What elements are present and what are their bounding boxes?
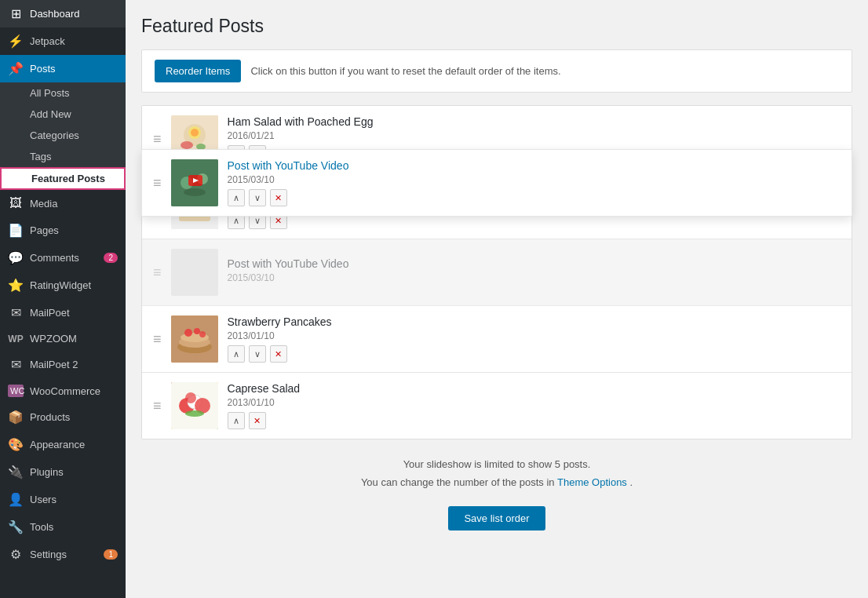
wpzoom-icon: WP [8,334,24,345]
theme-options-link[interactable]: Theme Options [557,476,627,488]
pages-icon: 📄 [8,223,24,238]
drag-handle[interactable]: ≡ [153,132,162,146]
posts-submenu: All Posts Add New Categories Tags Featur… [0,82,126,190]
posts-footer: Your slideshow is limited to show 5 post… [141,439,852,546]
sidebar-item-label: WooCommerce [30,385,100,397]
post-thumbnail [171,249,218,296]
move-up-button[interactable]: ∧ [228,189,245,206]
post-date: 2015/03/10 [228,174,841,185]
sidebar-item-media[interactable]: 🖼 Media [0,190,126,217]
post-date: 2015/03/10 [228,272,841,283]
svg-point-25 [185,392,196,403]
sidebar-item-products[interactable]: 📦 Products [0,403,126,431]
sidebar-item-mailpoet[interactable]: ✉ MailPoet [0,299,126,326]
dragging-row: ≡ Post with YouTube Video 2015/03/10 ∧ ∨ [141,149,852,217]
post-date: 2013/01/10 [228,330,841,341]
drag-handle[interactable]: ≡ [153,399,162,413]
main-content: Featured Posts Reorder Items Click on th… [126,0,868,598]
sidebar-item-pages[interactable]: 📄 Pages [0,217,126,244]
page-title: Featured Posts [141,16,852,37]
move-down-button[interactable]: ∨ [249,189,266,206]
sidebar-item-label: Dashboard [30,8,80,20]
ratingwidget-icon: ⭐ [8,278,24,293]
sidebar-item-label: Plugins [30,466,64,478]
post-row: ≡ Strawberry Pancakes 2013/01/10 ∧ ∨ [142,306,852,373]
sidebar-item-dashboard[interactable]: ⊞ Dashboard [0,0,126,27]
users-icon: 👤 [8,492,24,507]
post-thumbnail [171,315,218,363]
post-info: Post with YouTube Video 2015/03/10 ∧ ∨ ✕ [228,159,841,206]
svg-point-3 [191,129,199,137]
sidebar-item-label: MailPoet [30,307,70,319]
sidebar-item-woocommerce[interactable]: WC WooCommerce [0,378,126,403]
reorder-hint: Click on this button if you want to rese… [250,65,560,77]
remove-button[interactable]: ✕ [270,345,287,363]
settings-badge: 1 [104,549,118,560]
post-info: Post with YouTube Video 2015/03/10 [228,257,841,287]
drag-handle[interactable]: ≡ [153,176,162,190]
post-thumbnail [171,382,218,429]
submenu-add-new[interactable]: Add New [0,104,126,125]
save-list-order-button[interactable]: Save list order [448,506,545,531]
tools-icon: 🔧 [8,520,24,534]
sidebar-item-users[interactable]: 👤 Users [0,486,126,513]
sidebar-item-posts[interactable]: 📌 Posts [0,55,126,82]
sidebar-item-mailpoet2[interactable]: ✉ MailPoet 2 [0,351,126,378]
comments-badge: 2 [104,253,118,263]
sidebar-item-wpzoom[interactable]: WP WPZOOM [0,326,126,351]
remove-button[interactable]: ✕ [270,189,287,206]
remove-button[interactable]: ✕ [249,412,266,429]
sidebar-item-tools[interactable]: 🔧 Tools [0,513,126,541]
sidebar-item-label: WPZOOM [30,333,77,345]
reorder-bar: Reorder Items Click on this button if yo… [141,49,852,93]
save-button-container: Save list order [157,500,837,531]
drag-handle[interactable]: ≡ [153,332,162,346]
sidebar-item-label: Jetpack [30,35,65,47]
submenu-categories[interactable]: Categories [0,125,126,146]
sidebar-item-comments[interactable]: 💬 Comments 2 [0,244,126,272]
post-info: Strawberry Pancakes 2013/01/10 ∧ ∨ ✕ [228,315,841,363]
post-thumbnail [171,159,218,206]
thumb-image [171,315,218,363]
move-up-button[interactable]: ∧ [228,345,245,363]
sidebar-item-settings[interactable]: ⚙ Settings 1 [0,541,126,568]
mailpoet2-icon: ✉ [8,357,24,372]
sidebar: ⊞ Dashboard ⚡ Jetpack 📌 Posts All Posts … [0,0,126,598]
submenu-featured-posts[interactable]: Featured Posts [0,167,126,190]
comments-icon: 💬 [8,250,24,265]
svg-point-18 [194,328,200,334]
sidebar-item-label: RatingWidget [30,279,91,291]
post-info: Caprese Salad 2013/01/10 ∧ ✕ [228,382,841,429]
sidebar-item-label: Posts [30,63,56,75]
products-icon: 📦 [8,410,24,425]
svg-point-19 [199,331,206,337]
jetpack-icon: ⚡ [8,34,24,49]
sidebar-item-label: MailPoet 2 [30,359,78,370]
sidebar-item-label: Users [30,494,57,505]
post-title: Post with YouTube Video [228,159,841,172]
drag-handle[interactable]: ≡ [153,265,162,279]
sidebar-item-label: Products [30,411,70,423]
settings-icon: ⚙ [8,547,24,562]
post-date: 2013/01/10 [228,397,841,408]
post-date: 2016/01/21 [228,130,841,141]
sidebar-item-jetpack[interactable]: ⚡ Jetpack [0,27,126,55]
slideshow-limit-text: Your slideshow is limited to show 5 post… [157,455,837,473]
move-down-button[interactable]: ∨ [249,345,266,363]
move-up-button[interactable]: ∧ [228,412,245,429]
sidebar-item-plugins[interactable]: 🔌 Plugins [0,458,126,486]
submenu-tags[interactable]: Tags [0,146,126,167]
post-actions: ∧ ∨ ✕ [228,189,841,206]
svg-point-29 [184,188,206,196]
change-hint-text: You can change the number of the posts i… [157,473,837,491]
submenu-all-posts[interactable]: All Posts [0,82,126,104]
sidebar-item-label: Pages [30,224,59,236]
svg-point-24 [185,410,204,417]
sidebar-item-appearance[interactable]: 🎨 Appearance [0,431,126,458]
appearance-icon: 🎨 [8,437,24,452]
sidebar-item-label: Settings [30,549,67,560]
sidebar-item-ratingwidget[interactable]: ⭐ RatingWidget [0,272,126,299]
post-title: Caprese Salad [228,382,841,395]
sidebar-item-label: Media [30,198,57,210]
reorder-button[interactable]: Reorder Items [155,60,241,82]
